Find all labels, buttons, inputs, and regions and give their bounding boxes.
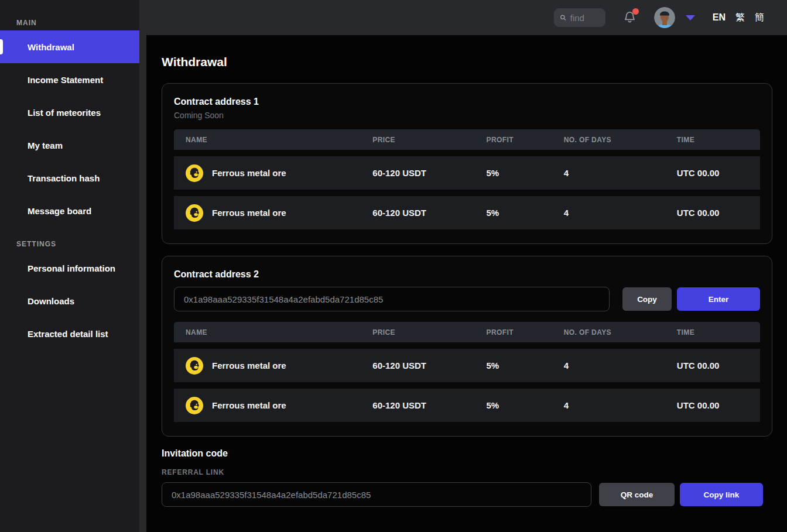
row-profit: 5%	[487, 361, 564, 370]
row-name: Ferrous metal ore	[212, 400, 286, 410]
sidebar-item-list-of-meteorites[interactable]: List of meteorites	[0, 96, 139, 129]
sidebar-item-transaction-hash[interactable]: Transaction hash	[0, 162, 139, 194]
row-name: Ferrous metal ore	[212, 361, 286, 370]
row-price: 60-120 USDT	[372, 168, 486, 178]
row-price: 60-120 USDT	[372, 361, 486, 370]
table-row: Ferrous metal ore 60-120 USDT 5% 4 UTC 0…	[174, 349, 760, 382]
coin-icon	[186, 397, 203, 414]
col-days: NO. OF DAYS	[564, 328, 677, 337]
contract-address-1-card: Contract address 1 Coming Soon NAME PRIC…	[162, 83, 772, 244]
row-days: 4	[564, 168, 677, 178]
row-profit: 5%	[487, 168, 564, 178]
notification-badge	[632, 8, 639, 15]
sidebar-item-message-board[interactable]: Message board	[0, 194, 139, 227]
lang-en[interactable]: EN	[713, 12, 726, 23]
sidebar: MAIN Withdrawal Income Statement List of…	[0, 0, 139, 532]
enter-button[interactable]: Enter	[677, 287, 760, 311]
row-price: 60-120 USDT	[372, 400, 486, 410]
sidebar-item-label: Transaction hash	[28, 173, 100, 183]
row-price: 60-120 USDT	[372, 208, 486, 218]
avatar[interactable]	[654, 7, 675, 28]
row-time: UTC 00.00	[677, 361, 760, 370]
col-profit: PROFIT	[487, 328, 564, 337]
coin-icon	[186, 164, 203, 182]
table-row: Ferrous metal ore 60-120 USDT 5% 4 UTC 0…	[174, 389, 760, 422]
col-days: NO. OF DAYS	[564, 136, 677, 144]
row-time: UTC 00.00	[677, 208, 760, 218]
table-row: Ferrous metal ore 60-120 USDT 5% 4 UTC 0…	[174, 196, 760, 229]
col-price: PRICE	[372, 328, 486, 337]
sidebar-item-label: My team	[28, 140, 63, 150]
col-time: TIME	[677, 328, 760, 337]
row-days: 4	[564, 208, 677, 218]
lang-simplified-chinese[interactable]: 簡	[755, 12, 764, 24]
language-switcher: EN 繁 簡	[713, 12, 764, 24]
referral-link-input[interactable]	[162, 482, 591, 507]
contract-address-input[interactable]	[174, 287, 610, 311]
row-name: Ferrous metal ore	[212, 168, 286, 178]
invitation-code-section: Invitation code REFERRAL LINK QR code Co…	[162, 448, 772, 507]
sidebar-item-label: Downloads	[28, 296, 74, 306]
card-title: Contract address 2	[174, 269, 760, 280]
sidebar-section-main: MAIN	[0, 0, 139, 27]
sidebar-divider	[139, 0, 146, 532]
copy-button[interactable]: Copy	[622, 287, 672, 311]
sidebar-item-label: Personal information	[28, 263, 115, 273]
sidebar-item-label: Extracted detail list	[28, 329, 108, 339]
coin-icon	[186, 357, 203, 375]
col-time: TIME	[677, 136, 760, 144]
sidebar-item-label: Message board	[28, 206, 91, 216]
row-profit: 5%	[487, 208, 564, 218]
caret-down-icon[interactable]	[686, 15, 695, 20]
search-input[interactable]	[570, 13, 600, 23]
col-profit: PROFIT	[487, 136, 564, 144]
row-time: UTC 00.00	[677, 168, 760, 178]
copy-link-button[interactable]: Copy link	[680, 483, 763, 506]
contract-address-2-card: Contract address 2 Copy Enter NAME PRICE…	[162, 256, 772, 437]
sidebar-item-extracted-detail-list[interactable]: Extracted detail list	[0, 317, 139, 350]
col-price: PRICE	[372, 136, 486, 144]
search-box[interactable]	[554, 8, 605, 27]
sidebar-item-income-statement[interactable]: Income Statement	[0, 63, 139, 96]
qr-code-button[interactable]: QR code	[599, 483, 675, 506]
row-profit: 5%	[487, 400, 564, 410]
sidebar-item-my-team[interactable]: My team	[0, 129, 139, 162]
row-time: UTC 00.00	[677, 400, 760, 410]
sidebar-item-withdrawal[interactable]: Withdrawal	[0, 30, 139, 63]
sidebar-item-label: List of meteorites	[28, 108, 101, 118]
page-title: Withdrawal	[162, 55, 772, 69]
topbar: EN 繁 簡	[146, 0, 787, 35]
sidebar-section-settings: SETTINGS	[0, 227, 139, 248]
referral-link-label: REFERRAL LINK	[162, 468, 772, 476]
search-icon	[560, 13, 566, 22]
row-days: 4	[564, 361, 677, 370]
row-name: Ferrous metal ore	[212, 208, 286, 218]
table-header: NAME PRICE PROFIT NO. OF DAYS TIME	[174, 129, 760, 150]
invitation-code-title: Invitation code	[162, 448, 772, 459]
coming-soon-label: Coming Soon	[174, 111, 760, 120]
coin-icon	[186, 204, 203, 222]
col-name: NAME	[174, 328, 372, 337]
row-days: 4	[564, 400, 677, 410]
sidebar-item-personal-information[interactable]: Personal information	[0, 252, 139, 284]
notifications-button[interactable]	[623, 10, 637, 26]
main-content: Withdrawal Contract address 1 Coming Soo…	[146, 35, 787, 532]
sidebar-item-downloads[interactable]: Downloads	[0, 284, 139, 317]
table-header: NAME PRICE PROFIT NO. OF DAYS TIME	[174, 322, 760, 342]
sidebar-item-label: Withdrawal	[28, 42, 74, 52]
sidebar-item-label: Income Statement	[28, 75, 103, 85]
lang-traditional-chinese[interactable]: 繁	[735, 12, 745, 24]
col-name: NAME	[174, 136, 372, 144]
table-row: Ferrous metal ore 60-120 USDT 5% 4 UTC 0…	[174, 156, 760, 190]
card-title: Contract address 1	[174, 97, 760, 107]
